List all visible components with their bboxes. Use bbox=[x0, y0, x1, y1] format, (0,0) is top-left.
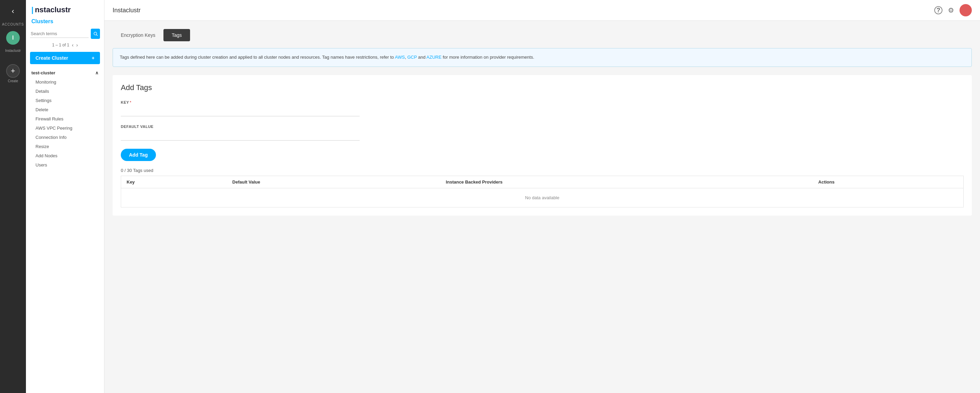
table-header-instance-backed-providers: Instance Backed Providers bbox=[441, 176, 813, 188]
form-title: Add Tags bbox=[121, 83, 964, 92]
sidebar-item-settings[interactable]: Settings bbox=[26, 96, 104, 105]
info-banner-text: Tags defined here can be added during cl… bbox=[120, 54, 395, 60]
sidebar-item-add-nodes[interactable]: Add Nodes bbox=[26, 151, 104, 160]
sidebar-item-connection-info[interactable]: Connection Info bbox=[26, 133, 104, 142]
pagination-row: 1 – 1 of 1 ‹ › bbox=[26, 41, 104, 51]
sidebar-item-aws-vpc-peering[interactable]: AWS VPC Peering bbox=[26, 124, 104, 133]
create-label: Create bbox=[8, 79, 18, 83]
svg-line-1 bbox=[96, 35, 97, 36]
aws-link[interactable]: AWS bbox=[395, 54, 405, 60]
main: Instaclustr ? ⚙ Encryption KeysTags Tags… bbox=[104, 0, 980, 393]
account-name: Instaclustr bbox=[5, 49, 21, 53]
sidebar-item-firewall-rules[interactable]: Firewall Rules bbox=[26, 114, 104, 124]
content-area: Encryption KeysTags Tags defined here ca… bbox=[104, 21, 980, 393]
create-cluster-label: Create Cluster bbox=[35, 55, 68, 61]
table-header-key: Key bbox=[121, 176, 227, 188]
tab-encryption-keys[interactable]: Encryption Keys bbox=[113, 29, 164, 41]
pagination-prev[interactable]: ‹ bbox=[72, 42, 74, 48]
sidebar-item-resize[interactable]: Resize bbox=[26, 142, 104, 151]
top-header: Instaclustr ? ⚙ bbox=[104, 0, 980, 21]
cluster-name: test-cluster bbox=[32, 70, 55, 75]
table-header-default-value: Default Value bbox=[227, 176, 441, 188]
logo: | nstaclustr bbox=[26, 0, 104, 17]
header-title: Instaclustr bbox=[113, 7, 141, 14]
table-header-actions: Actions bbox=[813, 176, 963, 188]
user-avatar[interactable] bbox=[959, 4, 972, 16]
sidebar-item-monitoring[interactable]: Monitoring bbox=[26, 78, 104, 87]
sidebar-item-users[interactable]: Users bbox=[26, 160, 104, 170]
accounts-label: ACCOUNTS bbox=[2, 22, 24, 26]
cluster-collapse-icon: ∧ bbox=[95, 70, 99, 75]
key-input[interactable] bbox=[121, 107, 360, 116]
tags-count: 0 / 30 Tags used bbox=[121, 168, 964, 173]
info-banner: Tags defined here can be added during cl… bbox=[113, 48, 972, 67]
account-bar: ‹ ACCOUNTS I Instaclustr + Create bbox=[0, 0, 26, 393]
nav-items-container: MonitoringDetailsSettingsDeleteFirewall … bbox=[26, 78, 104, 170]
pagination-text: 1 – 1 of 1 bbox=[52, 43, 69, 48]
table-body: No data available bbox=[121, 188, 964, 207]
tags-table: KeyDefault ValueInstance Backed Provider… bbox=[121, 176, 964, 207]
default-value-input[interactable] bbox=[121, 130, 360, 140]
logo-text: nstaclustr bbox=[35, 5, 71, 14]
form-section: Add Tags KEY* DEFAULT VALUE Add Tag 0 / … bbox=[113, 75, 972, 216]
tab-tags[interactable]: Tags bbox=[164, 29, 190, 41]
azure-link[interactable]: AZURE bbox=[426, 54, 442, 60]
table-row-no-data: No data available bbox=[121, 188, 964, 207]
help-icon[interactable]: ? bbox=[934, 6, 942, 14]
settings-icon[interactable]: ⚙ bbox=[948, 6, 954, 14]
account-avatar[interactable]: I bbox=[6, 31, 20, 45]
default-value-label: DEFAULT VALUE bbox=[121, 124, 964, 129]
create-icon-button[interactable]: + bbox=[6, 64, 20, 78]
create-cluster-icon: + bbox=[92, 55, 94, 61]
clusters-title: Clusters bbox=[26, 17, 104, 27]
cluster-section: test-cluster ∧ MonitoringDetailsSettings… bbox=[26, 68, 104, 172]
sidebar: | nstaclustr Clusters 1 – 1 of 1 ‹ › Cre… bbox=[26, 0, 104, 393]
create-cluster-button[interactable]: Create Cluster + bbox=[30, 52, 100, 64]
cluster-name-row[interactable]: test-cluster ∧ bbox=[26, 68, 104, 78]
search-input[interactable] bbox=[30, 30, 89, 38]
svg-point-0 bbox=[94, 32, 97, 35]
key-label: KEY* bbox=[121, 100, 964, 104]
search-button[interactable] bbox=[91, 29, 100, 39]
gcp-link[interactable]: GCP bbox=[407, 54, 417, 60]
sidebar-item-details[interactable]: Details bbox=[26, 87, 104, 96]
default-value-form-group: DEFAULT VALUE bbox=[121, 124, 964, 140]
table-header: KeyDefault ValueInstance Backed Provider… bbox=[121, 176, 964, 188]
sidebar-item-delete[interactable]: Delete bbox=[26, 105, 104, 114]
logo-i: | bbox=[32, 5, 33, 14]
key-required: * bbox=[130, 100, 131, 104]
search-row bbox=[26, 27, 104, 41]
header-actions: ? ⚙ bbox=[934, 4, 972, 16]
no-data-cell: No data available bbox=[121, 188, 964, 207]
add-tag-button[interactable]: Add Tag bbox=[121, 149, 156, 161]
key-form-group: KEY* bbox=[121, 100, 964, 116]
back-button[interactable]: ‹ bbox=[9, 4, 17, 18]
info-banner-text-after: for more information on provider require… bbox=[442, 54, 535, 60]
tabs-row: Encryption KeysTags bbox=[113, 29, 972, 41]
pagination-next[interactable]: › bbox=[76, 42, 78, 48]
